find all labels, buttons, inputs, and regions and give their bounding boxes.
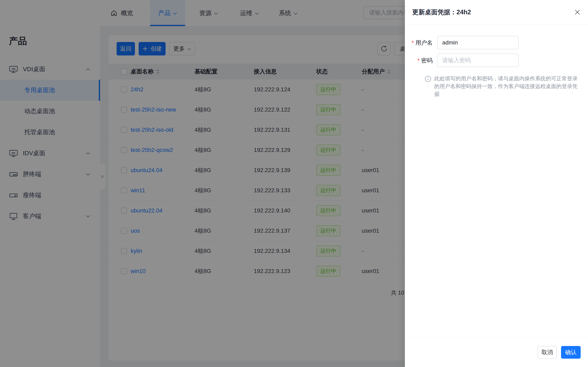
drawer-footer: 取消 确认	[405, 337, 588, 367]
cancel-button[interactable]: 取消	[537, 346, 557, 359]
credentials-info: 此处填写的用户名和密码，请与桌面内操作系统的可正常登录的用户名和密码保持一致，作…	[424, 75, 580, 98]
drawer-header: 更新桌面凭据：24h2	[405, 0, 588, 25]
close-icon[interactable]	[574, 9, 581, 16]
update-credentials-drawer: 更新桌面凭据：24h2 *用户名 *密码 此处填写的用户名和密码，请与桌面内操作…	[405, 0, 588, 367]
required-asterisk: *	[417, 57, 420, 64]
password-field[interactable]	[437, 54, 519, 67]
required-asterisk: *	[412, 40, 414, 46]
drawer-title: 更新桌面凭据：24h2	[412, 0, 471, 25]
password-label: *密码	[417, 57, 433, 64]
confirm-button[interactable]: 确认	[561, 346, 581, 359]
username-label: *用户名	[412, 39, 433, 47]
screen: 概览 产品 资源 运维 系统 产品	[0, 0, 588, 367]
username-field[interactable]	[437, 36, 519, 49]
credentials-info-text: 此处填写的用户名和密码，请与桌面内操作系统的可正常登录的用户名和密码保持一致，作…	[434, 75, 579, 98]
info-icon	[424, 75, 432, 82]
